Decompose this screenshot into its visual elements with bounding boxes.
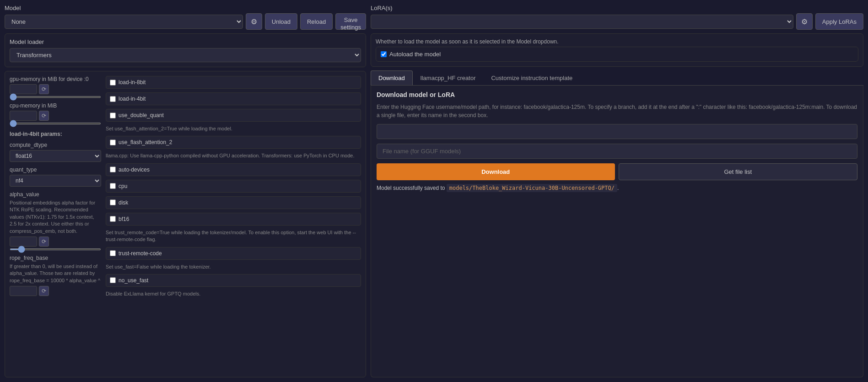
download-description: Enter the Hugging Face username/model pa… xyxy=(377,103,857,119)
tabs-bar: Download llamacpp_HF creator Customize i… xyxy=(371,70,863,86)
tab-customize[interactable]: Customize instruction template xyxy=(483,70,580,85)
rope-freq-base-label: rope_freq_base xyxy=(10,255,101,261)
cpu-label: cpu xyxy=(119,183,127,189)
no-use-fast-note: Set use_fast=False while loading the tok… xyxy=(106,264,361,270)
gpu-memory-label: gpu-memory in MiB for device :0 xyxy=(10,76,101,82)
alpha-value-input[interactable]: 1 xyxy=(10,237,37,247)
load-in-8bit-label: load-in-8bit xyxy=(119,79,146,86)
gear-icon: ⚙ xyxy=(251,17,257,26)
rope-freq-base-icon-btn[interactable]: ⟳ xyxy=(39,286,49,296)
auto-devices-item: auto-devices xyxy=(106,163,361,176)
cpu-memory-input[interactable]: 0 xyxy=(10,111,37,121)
load-in-8bit-checkbox[interactable] xyxy=(110,80,116,86)
model-settings-button[interactable]: ⚙ xyxy=(246,13,262,30)
tab-download[interactable]: Download xyxy=(371,70,413,85)
gpu-memory-group: gpu-memory in MiB for device :0 0 ⟳ xyxy=(10,76,101,98)
auto-devices-label: auto-devices xyxy=(119,167,150,173)
get-file-list-button[interactable]: Get file list xyxy=(619,163,858,180)
lora-settings-button[interactable]: ⚙ xyxy=(796,13,813,30)
use-flash-attention-label: use_flash_attention_2 xyxy=(119,139,172,145)
tab-llamacpp-hf[interactable]: llamacpp_HF creator xyxy=(413,70,484,85)
exllama-note: Disable ExLlama kernel for GPTQ models. xyxy=(106,291,361,297)
load-in-4bit-item: load-in-4bit xyxy=(106,92,361,105)
disk-checkbox[interactable] xyxy=(110,199,116,205)
cpu-memory-icon-btn[interactable]: ⟳ xyxy=(39,111,49,121)
load-in-4bit-params-label: load-in-4bit params: xyxy=(10,131,101,137)
model-path-input[interactable]: TheBloke/Wizard-Vicuna-30B-Uncensored-GP… xyxy=(377,124,857,139)
right-params: load-in-8bit load-in-4bit use_double_qua… xyxy=(106,76,361,372)
load-in-4bit-label: load-in-4bit xyxy=(119,96,146,102)
download-buttons: Download Get file list xyxy=(377,163,857,180)
left-params: gpu-memory in MiB for device :0 0 ⟳ cpu-… xyxy=(10,76,101,372)
load-in-8bit-item: load-in-8bit xyxy=(106,76,361,89)
save-label-line1: Save xyxy=(340,16,361,24)
bf16-checkbox[interactable] xyxy=(110,216,116,222)
model-loader-section: Model loader Transformers xyxy=(5,33,366,67)
quant-type-label: quant_type xyxy=(10,167,101,173)
model-label: Model xyxy=(5,5,366,11)
params-area: gpu-memory in MiB for device :0 0 ⟳ cpu-… xyxy=(5,71,366,377)
no-use-fast-label: no_use_fast xyxy=(119,277,148,284)
alpha-value-label: alpha_value xyxy=(10,191,101,198)
save-settings-button[interactable]: Save settings xyxy=(335,13,366,30)
autoload-checkbox[interactable] xyxy=(381,51,387,57)
cpu-checkbox[interactable] xyxy=(110,183,116,189)
autoload-section: Whether to load the model as soon as it … xyxy=(371,33,863,67)
lora-select[interactable] xyxy=(371,15,793,29)
model-loader-label: Model loader xyxy=(10,38,361,45)
gpu-memory-input[interactable]: 0 xyxy=(10,84,37,94)
success-message: Model successfully saved to models/TheBl… xyxy=(377,185,857,191)
download-title: Download model or LoRA xyxy=(377,91,857,98)
use-double-quant-item: use_double_quant xyxy=(106,109,361,122)
load-in-4bit-checkbox[interactable] xyxy=(110,96,116,102)
compute-dtype-group: compute_dtype float16 xyxy=(10,142,101,162)
disk-label: disk xyxy=(119,199,128,206)
bf16-label: bf16 xyxy=(119,216,129,222)
use-flash-attention-item: use_flash_attention_2 xyxy=(106,136,361,149)
unload-button[interactable]: Unload xyxy=(265,13,297,30)
compute-dtype-select[interactable]: float16 xyxy=(10,150,101,162)
auto-devices-checkbox[interactable] xyxy=(110,167,116,172)
tabs-content-area: Download llamacpp_HF creator Customize i… xyxy=(371,70,863,377)
success-path: models/TheBloke_Wizard-Vicuna-30B-Uncens… xyxy=(447,184,617,192)
trust-remote-code-checkbox[interactable] xyxy=(110,250,116,256)
rope-freq-base-desc: If greater than 0, will be used instead … xyxy=(10,263,101,284)
lora-label: LoRA(s) xyxy=(371,5,863,11)
quant-type-select[interactable]: nf4 xyxy=(10,175,101,187)
download-button[interactable]: Download xyxy=(377,163,615,180)
autoload-row: Autoload the model xyxy=(376,47,858,62)
model-section: Model None ⚙ Unload Reload Save settings xyxy=(5,5,366,30)
use-double-quant-checkbox[interactable] xyxy=(110,113,116,118)
cpu-memory-slider[interactable] xyxy=(10,123,101,124)
bf16-item: bf16 xyxy=(106,213,361,226)
save-label-line2: settings xyxy=(340,24,361,31)
reload-button[interactable]: Reload xyxy=(300,13,333,30)
alpha-value-group: alpha_value Positional embeddings alpha … xyxy=(10,191,101,250)
llama-cpp-note: llama.cpp: Use llama-cpp-python compiled… xyxy=(106,152,361,159)
download-panel: Download model or LoRA Enter the Hugging… xyxy=(371,86,863,377)
use-double-quant-label: use_double_quant xyxy=(119,112,164,118)
cpu-memory-group: cpu-memory in MiB 0 ⟳ xyxy=(10,102,101,124)
autoload-label: Autoload the model xyxy=(389,51,441,58)
apply-loras-button[interactable]: Apply LoRAs xyxy=(815,13,863,30)
trust-remote-code-item: trust-remote-code xyxy=(106,247,361,260)
filename-input[interactable] xyxy=(377,144,857,159)
trust-note: Set trust_remote_code=True while loading… xyxy=(106,229,361,243)
model-select[interactable]: None xyxy=(5,15,243,29)
lora-section: LoRA(s) ⚙ Apply LoRAs xyxy=(371,5,863,30)
use-flash-attention-checkbox[interactable] xyxy=(110,140,116,145)
quant-type-group: quant_type nf4 xyxy=(10,167,101,187)
alpha-value-slider[interactable] xyxy=(10,248,101,250)
autoload-note: Whether to load the model as soon as it … xyxy=(376,38,858,45)
no-use-fast-checkbox[interactable] xyxy=(110,277,116,283)
success-msg-prefix: Model successfully saved to xyxy=(377,185,447,191)
gpu-memory-icon-btn[interactable]: ⟳ xyxy=(39,84,49,94)
alpha-value-desc: Positional embeddings alpha factor for N… xyxy=(10,199,101,235)
cpu-memory-label: cpu-memory in MiB xyxy=(10,102,101,109)
model-loader-select[interactable]: Transformers xyxy=(10,48,361,62)
cpu-item: cpu xyxy=(106,180,361,193)
rope-freq-base-input[interactable]: 0 xyxy=(10,286,37,296)
disk-item: disk xyxy=(106,196,361,209)
alpha-value-icon-btn[interactable]: ⟳ xyxy=(39,237,49,247)
gpu-memory-slider[interactable] xyxy=(10,96,101,98)
